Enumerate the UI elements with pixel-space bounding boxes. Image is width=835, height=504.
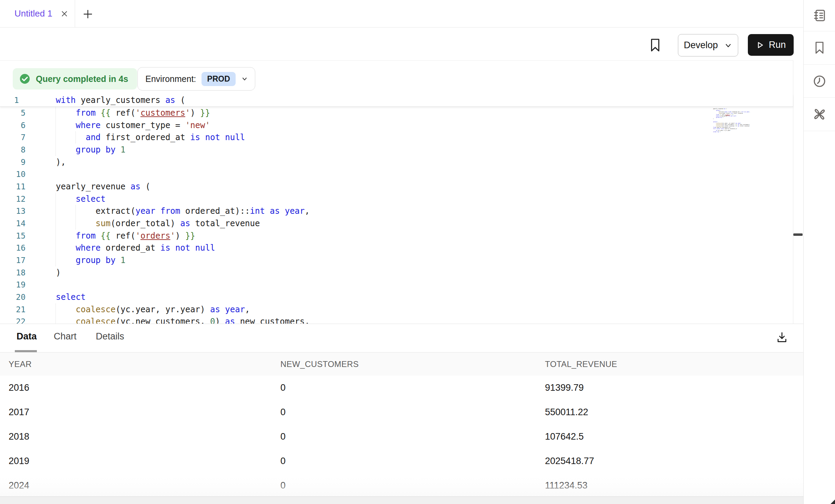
code-line: 20select bbox=[0, 291, 793, 303]
tab-chart[interactable]: Chart bbox=[54, 331, 76, 342]
code-line: 11yearly_revenue as ( bbox=[0, 180, 793, 193]
line-number: 18 bbox=[0, 266, 25, 279]
code-line-text: from {{ ref('orders') }} bbox=[56, 230, 195, 242]
code-line-text: with yearly_customers as ( bbox=[56, 94, 185, 106]
code-line: 22 coalesce(yc.new_customers, 0) as new_… bbox=[0, 315, 793, 324]
code-line-text: coalesce(yc.new_customers, 0) as new_cus… bbox=[56, 315, 310, 324]
table-cell: 2025418.77 bbox=[545, 449, 594, 473]
develop-label: Develop bbox=[684, 40, 718, 51]
line-number: 9 bbox=[0, 156, 25, 168]
code-line-text: sum(order_total) as total_revenue bbox=[56, 217, 260, 230]
line-number: 22 bbox=[0, 315, 25, 324]
line-number: 20 bbox=[0, 291, 25, 303]
code-line: 6 where customer_type = 'new' bbox=[0, 119, 793, 132]
code-line-text: and first_ordered_at is not null bbox=[56, 131, 245, 144]
editor-scrollbar-track[interactable] bbox=[793, 60, 804, 324]
results-panel-divider bbox=[0, 324, 803, 324]
code-line: 13 extract(year from ordered_at)::int as… bbox=[0, 205, 793, 217]
tab-close-icon[interactable] bbox=[60, 9, 69, 18]
table-cell: 2017 bbox=[9, 400, 29, 424]
code-line-text: group by 1 bbox=[56, 144, 125, 156]
download-icon[interactable] bbox=[773, 329, 791, 346]
table-cell: 111234.53 bbox=[545, 473, 588, 498]
table-cell: 91399.79 bbox=[545, 376, 584, 400]
code-line: 21 coalesce(yc.year, yr.year) as year, bbox=[0, 303, 793, 316]
line-number: 8 bbox=[0, 144, 25, 156]
environment-selector[interactable]: Environment: PROD bbox=[137, 67, 255, 91]
tab-untitled-1[interactable]: Untitled 1 bbox=[0, 0, 75, 27]
check-circle-icon bbox=[19, 73, 31, 85]
chevron-down-icon bbox=[241, 75, 248, 82]
tab-details[interactable]: Details bbox=[96, 331, 124, 342]
code-line: 19 bbox=[0, 279, 793, 291]
table-row: 20240111234.53 bbox=[0, 473, 803, 498]
table-cell: 0 bbox=[280, 473, 286, 498]
run-button[interactable]: Run bbox=[748, 34, 794, 56]
code-line-text: ), bbox=[56, 156, 66, 168]
sidebar-item-notebook[interactable] bbox=[804, 0, 835, 31]
table-header-row: YEAR NEW_CUSTOMERS TOTAL_REVENUE bbox=[0, 353, 803, 376]
code-line-text: from {{ ref('customers') }} bbox=[56, 107, 210, 119]
ref-link[interactable]: orders bbox=[141, 231, 171, 241]
sidebar-item-history[interactable] bbox=[804, 65, 835, 98]
window-resize-grip[interactable] bbox=[831, 500, 835, 504]
scrollbar-grip[interactable] bbox=[793, 233, 803, 236]
sidebar-item-bookmarks[interactable] bbox=[804, 31, 835, 65]
line-number: 21 bbox=[0, 303, 25, 316]
line-number: 15 bbox=[0, 230, 25, 242]
table-cell: 550011.22 bbox=[545, 400, 588, 424]
environment-value-badge: PROD bbox=[202, 72, 235, 86]
play-icon bbox=[756, 41, 765, 50]
code-line: 10 bbox=[0, 168, 793, 180]
chevron-down-icon bbox=[724, 41, 732, 50]
code-line: 12 select bbox=[0, 193, 793, 205]
minimap-line: order by 1 bbox=[713, 131, 750, 133]
sidebar-item-lineage[interactable] bbox=[804, 98, 835, 131]
code-line: 9), bbox=[0, 156, 793, 168]
table-cell: 2016 bbox=[9, 376, 29, 400]
code-line: 14 sum(order_total) as total_revenue bbox=[0, 217, 793, 230]
tab-data[interactable]: Data bbox=[17, 331, 37, 342]
column-header-new-customers: NEW_CUSTOMERS bbox=[280, 353, 359, 376]
code-line: 18) bbox=[0, 266, 793, 279]
app-window: Untitled 1 Develop Run Query completed i… bbox=[0, 0, 835, 504]
query-status-badge: Query completed in 4s bbox=[13, 68, 137, 90]
table-row: 201902025418.77 bbox=[0, 449, 803, 474]
tab-bar: Untitled 1 bbox=[0, 0, 803, 28]
line-number: 7 bbox=[0, 131, 25, 144]
right-sidebar bbox=[803, 0, 835, 504]
table-cell: 0 bbox=[280, 449, 286, 473]
ref-link[interactable]: customers bbox=[141, 108, 185, 118]
code-line-text: group by 1 bbox=[56, 254, 125, 266]
line-number: 6 bbox=[0, 119, 25, 132]
table-cell: 0 bbox=[280, 400, 286, 424]
column-header-total-revenue: TOTAL_REVENUE bbox=[545, 353, 617, 376]
code-line-text: coalesce(yc.year, yr.year) as year, bbox=[56, 303, 250, 316]
line-number: 19 bbox=[0, 279, 25, 291]
environment-label: Environment: bbox=[145, 74, 196, 84]
line-number: 1 bbox=[14, 94, 19, 106]
line-number: 17 bbox=[0, 254, 25, 266]
table-row: 20170550011.22 bbox=[0, 400, 803, 425]
develop-dropdown-button[interactable]: Develop bbox=[678, 34, 738, 56]
code-line-text: where customer_type = 'new' bbox=[56, 119, 210, 132]
code-scroll-area[interactable]: 5 from {{ ref('customers') }}6 where cus… bbox=[0, 106, 793, 324]
code-line-text: where ordered_at is not null bbox=[56, 242, 215, 254]
new-tab-button[interactable] bbox=[80, 6, 96, 22]
history-clock-icon bbox=[813, 74, 826, 88]
table-row: 20180107642.5 bbox=[0, 424, 803, 449]
horizontal-scrollbar[interactable] bbox=[0, 496, 803, 504]
code-line-text: extract(year from ordered_at)::int as ye… bbox=[56, 205, 310, 217]
table-cell: 0 bbox=[280, 376, 286, 400]
notebook-icon bbox=[813, 9, 826, 22]
code-line: 16 where ordered_at is not null bbox=[0, 242, 793, 254]
table-cell: 2019 bbox=[9, 449, 29, 473]
line-number: 10 bbox=[0, 168, 25, 180]
bookmark-icon bbox=[813, 41, 826, 55]
editor-sticky-line: 1with yearly_customers as ( bbox=[0, 94, 793, 107]
table-cell: 0 bbox=[280, 424, 286, 449]
bookmark-button[interactable] bbox=[648, 37, 663, 53]
code-line: 8 group by 1 bbox=[0, 144, 793, 156]
table-row: 2016091399.79 bbox=[0, 376, 803, 400]
code-line: 17 group by 1 bbox=[0, 254, 793, 266]
